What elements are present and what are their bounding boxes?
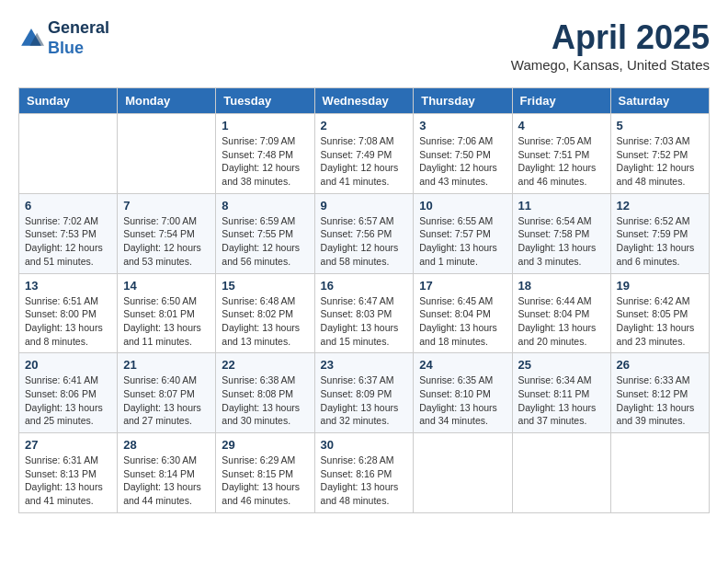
day-number: 16 xyxy=(321,279,408,293)
day-number: 3 xyxy=(419,119,506,132)
weekday-header-row: Sunday Monday Tuesday Wednesday Thursday… xyxy=(19,88,710,114)
main-title: April 2025 xyxy=(511,18,710,57)
calendar-cell: 27Sunrise: 6:31 AMSunset: 8:13 PMDayligh… xyxy=(19,433,118,513)
calendar-cell: 19Sunrise: 6:42 AMSunset: 8:05 PMDayligh… xyxy=(610,273,709,353)
day-info: Sunrise: 6:48 AMSunset: 8:02 PMDaylight:… xyxy=(222,294,308,349)
calendar-cell: 18Sunrise: 6:44 AMSunset: 8:04 PMDayligh… xyxy=(512,273,610,353)
day-info: Sunrise: 6:52 AMSunset: 7:59 PMDaylight:… xyxy=(617,214,703,269)
day-info: Sunrise: 7:00 AMSunset: 7:54 PMDaylight:… xyxy=(123,214,210,269)
day-info: Sunrise: 6:34 AMSunset: 8:11 PMDaylight:… xyxy=(518,373,605,428)
day-number: 6 xyxy=(25,199,111,213)
day-number: 23 xyxy=(321,358,408,372)
day-number: 15 xyxy=(222,279,308,293)
logo-text-blue: Blue xyxy=(48,39,109,59)
calendar-cell: 5Sunrise: 7:03 AMSunset: 7:52 PMDaylight… xyxy=(610,114,709,194)
day-number: 22 xyxy=(222,358,308,372)
calendar-week-3: 13Sunrise: 6:51 AMSunset: 8:00 PMDayligh… xyxy=(19,273,710,353)
day-info: Sunrise: 6:30 AMSunset: 8:14 PMDaylight:… xyxy=(123,454,210,508)
day-number: 29 xyxy=(222,438,308,452)
header-wednesday: Wednesday xyxy=(314,88,414,114)
calendar-cell: 20Sunrise: 6:41 AMSunset: 8:06 PMDayligh… xyxy=(19,353,118,433)
day-info: Sunrise: 6:55 AMSunset: 7:57 PMDaylight:… xyxy=(419,214,506,269)
calendar-cell: 2Sunrise: 7:08 AMSunset: 7:49 PMDaylight… xyxy=(314,114,414,194)
day-info: Sunrise: 6:42 AMSunset: 8:05 PMDaylight:… xyxy=(617,294,703,349)
calendar-cell xyxy=(414,433,512,513)
calendar-cell: 12Sunrise: 6:52 AMSunset: 7:59 PMDayligh… xyxy=(610,193,709,273)
calendar-cell xyxy=(118,114,216,194)
calendar-cell xyxy=(19,114,118,194)
day-info: Sunrise: 6:54 AMSunset: 7:58 PMDaylight:… xyxy=(518,214,605,269)
day-number: 4 xyxy=(518,119,605,132)
calendar-cell: 26Sunrise: 6:33 AMSunset: 8:12 PMDayligh… xyxy=(610,353,709,433)
day-number: 17 xyxy=(419,279,506,293)
calendar-cell: 25Sunrise: 6:34 AMSunset: 8:11 PMDayligh… xyxy=(512,353,610,433)
day-info: Sunrise: 6:35 AMSunset: 8:10 PMDaylight:… xyxy=(419,373,506,428)
calendar-cell: 29Sunrise: 6:29 AMSunset: 8:15 PMDayligh… xyxy=(216,433,314,513)
day-number: 12 xyxy=(617,199,703,213)
day-number: 30 xyxy=(321,438,408,452)
day-info: Sunrise: 7:09 AMSunset: 7:48 PMDaylight:… xyxy=(222,134,308,189)
calendar-cell: 16Sunrise: 6:47 AMSunset: 8:03 PMDayligh… xyxy=(314,273,414,353)
day-number: 1 xyxy=(222,119,308,132)
calendar-cell: 23Sunrise: 6:37 AMSunset: 8:09 PMDayligh… xyxy=(314,353,414,433)
day-info: Sunrise: 6:33 AMSunset: 8:12 PMDaylight:… xyxy=(617,373,703,428)
header-saturday: Saturday xyxy=(610,88,709,114)
day-number: 19 xyxy=(617,279,703,293)
calendar-cell: 22Sunrise: 6:38 AMSunset: 8:08 PMDayligh… xyxy=(216,353,314,433)
logo-text-general: General xyxy=(48,18,109,39)
day-number: 10 xyxy=(419,199,506,213)
day-info: Sunrise: 6:50 AMSunset: 8:01 PMDaylight:… xyxy=(123,294,210,349)
calendar-week-4: 20Sunrise: 6:41 AMSunset: 8:06 PMDayligh… xyxy=(19,353,710,433)
calendar-cell: 15Sunrise: 6:48 AMSunset: 8:02 PMDayligh… xyxy=(216,273,314,353)
calendar-week-1: 1Sunrise: 7:09 AMSunset: 7:48 PMDaylight… xyxy=(19,114,710,194)
day-number: 11 xyxy=(518,199,605,213)
calendar-cell: 7Sunrise: 7:00 AMSunset: 7:54 PMDaylight… xyxy=(118,193,216,273)
calendar-cell xyxy=(610,433,709,513)
title-block: April 2025 Wamego, Kansas, United States xyxy=(511,18,710,73)
day-number: 14 xyxy=(123,279,210,293)
calendar-cell xyxy=(512,433,610,513)
calendar-cell: 14Sunrise: 6:50 AMSunset: 8:01 PMDayligh… xyxy=(118,273,216,353)
calendar-cell: 17Sunrise: 6:45 AMSunset: 8:04 PMDayligh… xyxy=(414,273,512,353)
day-info: Sunrise: 6:31 AMSunset: 8:13 PMDaylight:… xyxy=(25,454,111,508)
day-number: 20 xyxy=(25,358,111,372)
day-number: 8 xyxy=(222,199,308,213)
logo: General Blue xyxy=(18,18,109,58)
day-number: 21 xyxy=(123,358,210,372)
day-info: Sunrise: 6:37 AMSunset: 8:09 PMDaylight:… xyxy=(321,373,408,428)
day-number: 28 xyxy=(123,438,210,452)
day-number: 26 xyxy=(617,358,703,372)
calendar-cell: 6Sunrise: 7:02 AMSunset: 7:53 PMDaylight… xyxy=(19,193,118,273)
calendar-cell: 1Sunrise: 7:09 AMSunset: 7:48 PMDaylight… xyxy=(216,114,314,194)
calendar-cell: 3Sunrise: 7:06 AMSunset: 7:50 PMDaylight… xyxy=(414,114,512,194)
day-info: Sunrise: 6:51 AMSunset: 8:00 PMDaylight:… xyxy=(25,294,111,349)
calendar-cell: 8Sunrise: 6:59 AMSunset: 7:55 PMDaylight… xyxy=(216,193,314,273)
calendar-cell: 11Sunrise: 6:54 AMSunset: 7:58 PMDayligh… xyxy=(512,193,610,273)
day-info: Sunrise: 7:02 AMSunset: 7:53 PMDaylight:… xyxy=(25,214,111,269)
day-number: 27 xyxy=(25,438,111,452)
day-info: Sunrise: 6:28 AMSunset: 8:16 PMDaylight:… xyxy=(321,454,408,508)
day-number: 13 xyxy=(25,279,111,293)
day-info: Sunrise: 6:41 AMSunset: 8:06 PMDaylight:… xyxy=(25,373,111,428)
calendar-cell: 13Sunrise: 6:51 AMSunset: 8:00 PMDayligh… xyxy=(19,273,118,353)
day-info: Sunrise: 6:38 AMSunset: 8:08 PMDaylight:… xyxy=(222,373,308,428)
day-info: Sunrise: 7:05 AMSunset: 7:51 PMDaylight:… xyxy=(518,134,605,189)
day-info: Sunrise: 7:03 AMSunset: 7:52 PMDaylight:… xyxy=(617,134,703,189)
calendar-table: Sunday Monday Tuesday Wednesday Thursday… xyxy=(18,87,710,513)
day-number: 7 xyxy=(123,199,210,213)
calendar-week-2: 6Sunrise: 7:02 AMSunset: 7:53 PMDaylight… xyxy=(19,193,710,273)
day-number: 2 xyxy=(321,119,408,132)
day-info: Sunrise: 6:29 AMSunset: 8:15 PMDaylight:… xyxy=(222,454,308,508)
page-header: General Blue April 2025 Wamego, Kansas, … xyxy=(18,18,710,73)
header-sunday: Sunday xyxy=(19,88,118,114)
calendar-cell: 4Sunrise: 7:05 AMSunset: 7:51 PMDaylight… xyxy=(512,114,610,194)
day-info: Sunrise: 6:45 AMSunset: 8:04 PMDaylight:… xyxy=(419,294,506,349)
header-tuesday: Tuesday xyxy=(216,88,314,114)
header-friday: Friday xyxy=(512,88,610,114)
day-number: 9 xyxy=(321,199,408,213)
calendar-cell: 10Sunrise: 6:55 AMSunset: 7:57 PMDayligh… xyxy=(414,193,512,273)
calendar-cell: 21Sunrise: 6:40 AMSunset: 8:07 PMDayligh… xyxy=(118,353,216,433)
day-number: 18 xyxy=(518,279,605,293)
day-number: 5 xyxy=(617,119,703,132)
calendar-cell: 28Sunrise: 6:30 AMSunset: 8:14 PMDayligh… xyxy=(118,433,216,513)
